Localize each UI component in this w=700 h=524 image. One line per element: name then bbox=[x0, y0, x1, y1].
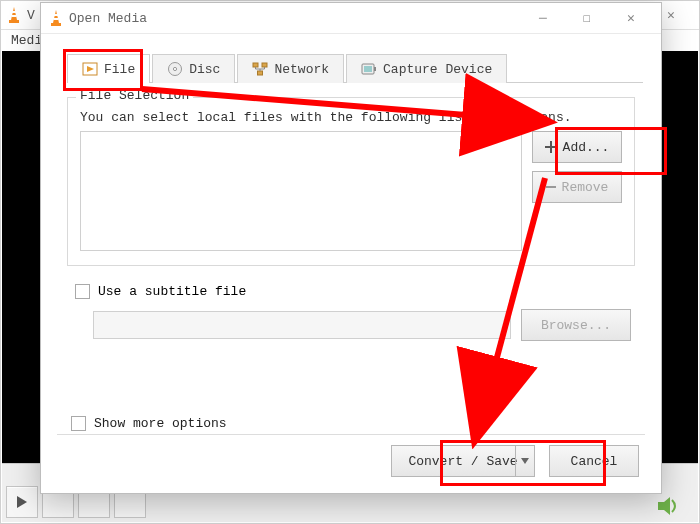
convert-save-label: Convert / Save bbox=[408, 454, 517, 469]
svg-rect-14 bbox=[262, 63, 267, 67]
disc-icon bbox=[167, 61, 183, 77]
network-icon bbox=[252, 61, 268, 77]
cancel-label: Cancel bbox=[571, 454, 618, 469]
menu-media[interactable]: Medi bbox=[11, 33, 42, 48]
svg-point-12 bbox=[174, 67, 177, 70]
capture-icon bbox=[361, 61, 377, 77]
vlc-cone-icon bbox=[7, 7, 21, 23]
show-more-label: Show more options bbox=[94, 416, 227, 431]
file-icon bbox=[82, 61, 98, 77]
tab-file[interactable]: File bbox=[67, 54, 150, 83]
svg-rect-13 bbox=[253, 63, 258, 67]
convert-dropdown[interactable] bbox=[515, 446, 534, 476]
dialog-titlebar[interactable]: Open Media ─ ☐ ✕ bbox=[41, 3, 661, 34]
file-list[interactable] bbox=[80, 131, 522, 251]
svg-rect-8 bbox=[54, 18, 59, 20]
tab-file-label: File bbox=[104, 62, 135, 77]
tab-network-label: Network bbox=[274, 62, 329, 77]
dialog-title: Open Media bbox=[63, 11, 521, 26]
subtitle-path-field bbox=[93, 311, 511, 339]
dialog-maximize-button[interactable]: ☐ bbox=[565, 4, 609, 32]
play-icon bbox=[17, 496, 27, 508]
chevron-down-icon bbox=[521, 458, 529, 464]
svg-marker-4 bbox=[658, 497, 670, 515]
tab-disc[interactable]: Disc bbox=[152, 54, 235, 83]
tab-disc-label: Disc bbox=[189, 62, 220, 77]
browse-button[interactable]: Browse... bbox=[521, 309, 631, 341]
browse-label: Browse... bbox=[541, 318, 611, 333]
tab-capture-label: Capture Device bbox=[383, 62, 492, 77]
add-label: Add... bbox=[563, 140, 610, 155]
svg-rect-18 bbox=[374, 67, 376, 71]
svg-rect-15 bbox=[258, 71, 263, 75]
file-selection-description: You can select local files with the foll… bbox=[80, 110, 622, 125]
svg-marker-0 bbox=[11, 7, 17, 20]
show-more-checkbox[interactable] bbox=[71, 416, 86, 431]
svg-rect-1 bbox=[9, 20, 19, 23]
tabbar: File Disc Network Capture Device bbox=[67, 54, 661, 82]
minus-icon bbox=[546, 186, 556, 188]
dialog-minimize-button[interactable]: ─ bbox=[521, 4, 565, 32]
tab-network[interactable]: Network bbox=[237, 54, 344, 83]
use-subtitle-row[interactable]: Use a subtitle file bbox=[75, 284, 633, 299]
play-button[interactable] bbox=[6, 486, 38, 518]
file-selection-legend: File Selection bbox=[76, 88, 193, 103]
show-more-options-row[interactable]: Show more options bbox=[71, 416, 227, 431]
add-button[interactable]: Add... bbox=[532, 131, 622, 163]
svg-rect-6 bbox=[51, 23, 61, 26]
svg-rect-17 bbox=[364, 66, 372, 72]
svg-rect-7 bbox=[54, 14, 58, 16]
parent-title-text: V bbox=[27, 8, 35, 23]
remove-label: Remove bbox=[562, 180, 609, 195]
vlc-cone-icon bbox=[49, 10, 63, 26]
remove-button[interactable]: Remove bbox=[532, 171, 622, 203]
use-subtitle-label: Use a subtitle file bbox=[98, 284, 246, 299]
cancel-button[interactable]: Cancel bbox=[549, 445, 639, 477]
svg-marker-5 bbox=[53, 10, 59, 23]
svg-rect-3 bbox=[12, 15, 17, 17]
svg-rect-2 bbox=[12, 11, 16, 13]
tab-capture[interactable]: Capture Device bbox=[346, 54, 507, 83]
use-subtitle-checkbox[interactable] bbox=[75, 284, 90, 299]
volume-icon[interactable] bbox=[658, 496, 684, 516]
dialog-close-button[interactable]: ✕ bbox=[609, 4, 653, 32]
svg-marker-19 bbox=[521, 458, 529, 464]
plus-icon bbox=[545, 141, 557, 153]
open-media-dialog: Open Media ─ ☐ ✕ File Disc Network Captu… bbox=[40, 2, 662, 494]
file-selection-group: File Selection You can select local file… bbox=[67, 97, 635, 266]
convert-save-button[interactable]: Convert / Save bbox=[391, 445, 535, 477]
